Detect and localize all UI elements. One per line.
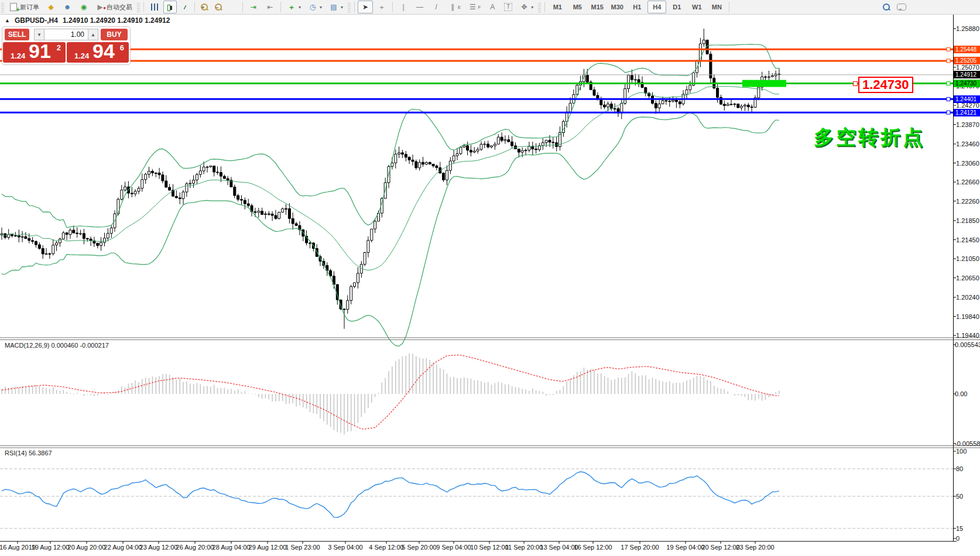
sell-button[interactable]: SELL — [5, 29, 29, 40]
new-order-icon — [9, 2, 18, 12]
ohlc-readout: 1.24910 1.24920 1.24910 1.24912 — [63, 16, 170, 25]
arrows-button[interactable]: ✥▾ — [516, 1, 536, 13]
bollinger-middle-band — [2, 87, 779, 270]
search-button[interactable] — [880, 1, 893, 13]
chart-text-annotation[interactable]: 多空转折点 — [814, 124, 925, 151]
timeframe-m5[interactable]: M5 — [568, 1, 587, 13]
price-axis-tick-label: 1.20650 — [956, 274, 979, 282]
macd-axis-tick-label: 0.00 — [955, 390, 967, 397]
price-axis-tick-label: 1.19840 — [956, 313, 979, 320]
line-handle[interactable] — [947, 97, 950, 101]
timeframe-m30[interactable]: M30 — [608, 1, 626, 13]
toolbar-handle[interactable] — [1, 2, 4, 12]
price-badge: 1.24121 — [954, 109, 980, 116]
line-chart-button[interactable] — [178, 1, 191, 13]
volume-increase-button[interactable]: ▲ — [88, 29, 98, 40]
auto-scroll-icon: ⇥ — [249, 2, 258, 12]
tile-windows-button[interactable] — [226, 1, 239, 13]
one-click-trading-panel: SELL ▼ ▲ BUY 1.24 91 2 1.24 94 6 — [2, 26, 131, 65]
time-axis-label: 11 Sep 20:00 — [505, 544, 543, 551]
line-handle[interactable] — [947, 59, 950, 63]
terminal-button[interactable]: ☻ — [60, 1, 75, 13]
time-axis-label: 17 Sep 20:00 — [621, 544, 659, 551]
metaeditor-icon: ◆ — [46, 2, 56, 12]
collapse-quote-panel-icon[interactable]: ▲ — [5, 18, 10, 23]
time-axis-label: 5 Sep 20:00 — [402, 544, 436, 551]
rsi-axis-tick-label: 0 — [956, 535, 960, 542]
highlight-rectangle[interactable] — [742, 80, 786, 87]
terminal-icon: ☻ — [63, 2, 72, 12]
indicators-button[interactable]: ＋▾ — [284, 1, 304, 13]
zoom-in-icon: + — [201, 4, 208, 11]
equidistant-channel-button[interactable]: ∥E — [445, 1, 464, 13]
periods-button[interactable]: ◷▾ — [305, 1, 325, 13]
signals-icon: ◉ — [79, 2, 88, 12]
chart-window: ▲ GBPUSD-,H4 1.24910 1.24920 1.24910 1.2… — [0, 0, 980, 556]
time-axis-label: 23 Aug 12:00 — [140, 544, 178, 551]
time-axis-label: 22 Aug 04:00 — [104, 544, 142, 551]
price-axis-tick-label: 1.21850 — [956, 217, 979, 224]
time-axis-label: 20 Sep 12:00 — [701, 544, 739, 551]
price-axis-tick-label: 1.22260 — [956, 198, 979, 205]
candle-wicks — [2, 29, 779, 329]
price-callout-label[interactable]: 1.24730 — [858, 77, 913, 93]
price-axis-tick-label: 1.20240 — [956, 294, 979, 301]
timeframe-d1[interactable]: D1 — [667, 1, 686, 13]
new-order-button[interactable]: 新订单 — [6, 1, 42, 13]
zoom-in-button[interactable]: + — [198, 1, 211, 13]
fibonacci-icon: ☰ — [468, 2, 477, 12]
candlestick-chart-button[interactable] — [163, 1, 177, 13]
line-handle[interactable] — [947, 47, 950, 51]
timeframe-h4[interactable]: H4 — [647, 1, 666, 13]
bollinger-lower-band — [2, 113, 779, 346]
price-axis-tick-label: 1.25880 — [956, 25, 979, 32]
chat-button[interactable] — [894, 1, 909, 13]
zoom-out-button[interactable]: − — [212, 1, 225, 13]
fibonacci-button[interactable]: ☰F — [465, 1, 484, 13]
vertical-line-button[interactable]: | — [396, 1, 411, 13]
time-axis-label: 26 Aug 20:00 — [176, 544, 214, 551]
timeframe-h1[interactable]: H1 — [628, 1, 646, 13]
time-axis-label: 16 Aug 2019 — [0, 544, 36, 551]
bar-chart-button[interactable] — [147, 1, 162, 13]
volume-decrease-button[interactable]: ▼ — [34, 29, 44, 40]
price-badge: 1.25448 — [954, 46, 980, 53]
price-axis-tick-label: 1.25070 — [956, 64, 979, 71]
templates-button[interactable]: ▤▾ — [326, 1, 346, 13]
macd-indicator-label: MACD(12,26,9) 0.000460 -0.000217 — [5, 342, 109, 349]
buy-button[interactable]: BUY — [101, 29, 128, 40]
buy-price-panel[interactable]: 1.24 94 6 — [67, 42, 129, 63]
rsi-axis-tick-label: 50 — [956, 493, 963, 500]
time-axis-label: 10 Sep 12:00 — [470, 544, 508, 551]
chart-shift-button[interactable]: ⇤ — [262, 1, 277, 13]
chart-canvas[interactable] — [0, 0, 980, 556]
cursor-button[interactable]: ➤ — [358, 1, 373, 13]
timeframe-w1[interactable]: W1 — [687, 1, 706, 13]
text-button[interactable]: A — [485, 1, 500, 13]
timeframe-m15[interactable]: M15 — [588, 1, 606, 13]
zoom-out-icon: − — [215, 4, 222, 11]
sell-price-point: 2 — [57, 43, 61, 52]
line-handle[interactable] — [947, 82, 950, 85]
timeframe-mn[interactable]: MN — [707, 1, 726, 13]
price-axis-tick-label: 1.21050 — [956, 255, 979, 262]
crosshair-button[interactable]: ＋ — [374, 1, 389, 13]
sell-price-panel[interactable]: 1.24 91 2 — [3, 42, 66, 63]
horizontal-line-button[interactable]: — — [412, 1, 427, 13]
text-icon: A — [488, 2, 497, 12]
autotrading-button[interactable]: ▶ 自动交易 — [92, 1, 135, 13]
price-axis-tick-label: 1.19440 — [956, 332, 979, 339]
trendline-icon: / — [431, 2, 441, 12]
time-axis-label: 4 Sep 12:00 — [369, 544, 403, 551]
volume-input[interactable] — [44, 29, 88, 40]
line-handle[interactable] — [947, 111, 950, 114]
toolbar: 新订单 ◆ ☻ ◉ ▶ 自动交易 + − — [0, 0, 980, 15]
time-axis-label: 13 Sep 04:00 — [540, 544, 578, 551]
signals-button[interactable]: ◉ — [76, 1, 91, 13]
trendline-button[interactable]: / — [429, 1, 444, 13]
time-axis-label: 20 Aug 20:00 — [68, 544, 106, 551]
timeframe-m1[interactable]: M1 — [548, 1, 567, 13]
auto-scroll-button[interactable]: ⇥ — [246, 1, 261, 13]
metaeditor-button[interactable]: ◆ — [43, 1, 59, 13]
text-label-button[interactable]: T — [501, 1, 515, 13]
